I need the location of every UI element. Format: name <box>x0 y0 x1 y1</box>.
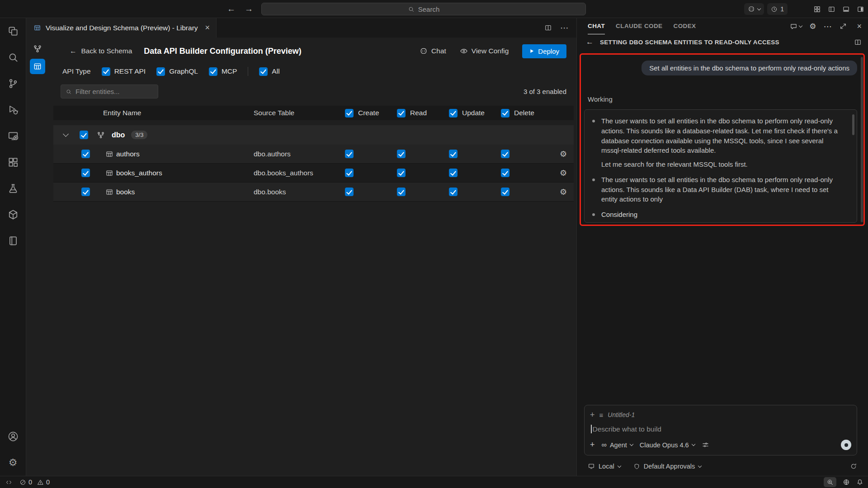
delete-checkbox[interactable] <box>501 150 509 158</box>
filter-entities-input[interactable]: Filter entities... <box>61 84 158 99</box>
mcp-checkbox[interactable] <box>209 67 217 76</box>
nav-back-button[interactable]: ← <box>227 4 236 14</box>
chevron-down-icon <box>799 23 802 27</box>
notebook-icon[interactable] <box>0 228 26 254</box>
view-config-button[interactable]: View Config <box>460 47 509 55</box>
more-actions-icon[interactable]: ⋯ <box>560 23 569 33</box>
chat-button[interactable]: Chat <box>420 47 446 55</box>
delete-checkbox[interactable] <box>501 188 509 196</box>
send-stop-button[interactable] <box>841 440 851 450</box>
create-all-checkbox[interactable] <box>345 109 354 117</box>
table-icon <box>105 188 113 196</box>
schema-designer-tab-icon <box>33 24 41 32</box>
model-picker[interactable]: Claude Opus 4.6 <box>640 441 695 449</box>
row-settings-gear-icon[interactable]: ⚙ <box>560 188 567 196</box>
panel-more-icon[interactable]: ⋯ <box>823 21 832 32</box>
open-session-editor-icon[interactable] <box>854 38 862 46</box>
panel-scrollbar-thumb[interactable] <box>861 57 863 222</box>
split-editor-icon[interactable] <box>544 24 552 32</box>
update-checkbox[interactable] <box>449 188 458 196</box>
chat-text-input[interactable]: Describe what to build <box>591 424 851 434</box>
run-debug-icon[interactable] <box>0 97 26 123</box>
row-checkbox[interactable] <box>81 169 90 177</box>
chat-settings-gear-icon[interactable]: ⚙ <box>809 22 816 31</box>
extensions-icon[interactable] <box>0 149 26 175</box>
remote-indicator-icon[interactable] <box>5 479 12 486</box>
back-to-schema-link[interactable]: ← Back to Schema <box>70 47 132 55</box>
session-header: ← SETTING DBO SCHEMA ENTITIES TO READ-ON… <box>577 34 868 50</box>
row-checkbox[interactable] <box>81 150 90 158</box>
rest-api-checkbox[interactable] <box>102 67 110 76</box>
mode-picker[interactable]: ∞ Agent <box>602 441 633 449</box>
problems-indicator[interactable]: 0 0 <box>19 479 50 486</box>
scrollbar-thumb[interactable] <box>852 114 854 135</box>
tab-claude-code[interactable]: CLAUDE CODE <box>616 18 662 34</box>
search-view-icon[interactable] <box>0 44 26 70</box>
filter-row: Filter entities... 3 of 3 enabled <box>61 84 566 99</box>
maximize-panel-icon[interactable] <box>840 23 847 30</box>
update-all-checkbox[interactable] <box>449 109 458 117</box>
row-settings-gear-icon[interactable]: ⚙ <box>560 150 567 158</box>
language-globe-icon[interactable] <box>843 479 850 486</box>
graphql-checkbox[interactable] <box>156 67 165 76</box>
api-config-view-button[interactable] <box>30 59 45 74</box>
update-checkbox[interactable] <box>449 169 458 177</box>
explorer-icon[interactable] <box>0 18 26 44</box>
attach-icon[interactable]: + <box>590 440 595 450</box>
customize-layout-icon[interactable] <box>813 5 821 13</box>
toggle-sidebar-icon[interactable] <box>828 5 835 13</box>
nav-forward-button[interactable]: → <box>245 4 253 14</box>
tab-codex[interactable]: CODEX <box>674 18 696 34</box>
row-checkbox[interactable] <box>81 188 90 196</box>
schema-icon <box>97 131 105 139</box>
editor-tab[interactable]: Visualize and Design Schema (Preview) - … <box>26 18 217 38</box>
add-context-icon[interactable]: + <box>590 410 595 420</box>
collapse-chevron-icon[interactable] <box>63 131 69 137</box>
read-all-checkbox[interactable] <box>397 109 406 117</box>
remote-explorer-icon[interactable] <box>0 123 26 149</box>
close-icon[interactable]: × <box>205 23 210 33</box>
database-projects-icon[interactable] <box>0 202 26 228</box>
copilot-menu-button[interactable] <box>744 3 764 15</box>
tab-chat[interactable]: CHAT <box>588 18 605 34</box>
notifications-bell-icon[interactable] <box>856 479 863 486</box>
approvals-picker[interactable]: Default Approvals <box>633 463 702 470</box>
sync-icon[interactable] <box>850 463 857 470</box>
schema-view-button[interactable] <box>30 41 45 56</box>
environment-picker[interactable]: Local <box>588 463 621 470</box>
close-panel-icon[interactable]: × <box>857 22 862 31</box>
graphql-option[interactable]: GraphQL <box>156 67 198 76</box>
all-option[interactable]: All <box>259 67 279 76</box>
toggle-panel-icon[interactable] <box>842 5 850 13</box>
deploy-button[interactable]: Deploy <box>522 44 566 58</box>
accounts-icon[interactable] <box>0 423 26 450</box>
update-checkbox[interactable] <box>449 150 458 158</box>
rest-api-option[interactable]: REST API <box>102 67 146 76</box>
new-chat-button[interactable] <box>790 23 802 30</box>
zoom-in-icon[interactable] <box>824 477 836 487</box>
delete-checkbox[interactable] <box>501 169 509 177</box>
tools-sliders-icon[interactable] <box>702 441 709 449</box>
create-checkbox[interactable] <box>345 188 354 196</box>
row-settings-gear-icon[interactable]: ⚙ <box>560 169 567 177</box>
search-icon <box>66 89 72 95</box>
toggle-secondary-sidebar-icon[interactable] <box>857 5 864 13</box>
settings-gear-icon[interactable]: ⚙ <box>0 450 26 476</box>
active-sessions-button[interactable]: 1 <box>767 3 788 15</box>
create-checkbox[interactable] <box>345 169 354 177</box>
group-checkbox[interactable] <box>80 131 88 139</box>
read-checkbox[interactable] <box>397 150 406 158</box>
text-caret <box>591 425 592 433</box>
read-checkbox[interactable] <box>397 169 406 177</box>
attached-file-chip[interactable]: Untitled-1 <box>608 411 635 418</box>
source-control-icon[interactable] <box>0 70 26 97</box>
session-title: SETTING DBO SCHEMA ENTITIES TO READ-ONLY… <box>600 39 779 46</box>
testing-icon[interactable] <box>0 175 26 202</box>
create-checkbox[interactable] <box>345 150 354 158</box>
all-checkbox[interactable] <box>259 67 268 76</box>
read-checkbox[interactable] <box>397 188 406 196</box>
session-back-icon[interactable]: ← <box>586 38 594 47</box>
mcp-option[interactable]: MCP <box>209 67 237 76</box>
delete-all-checkbox[interactable] <box>501 109 509 117</box>
command-center-search[interactable]: Search <box>261 3 586 15</box>
